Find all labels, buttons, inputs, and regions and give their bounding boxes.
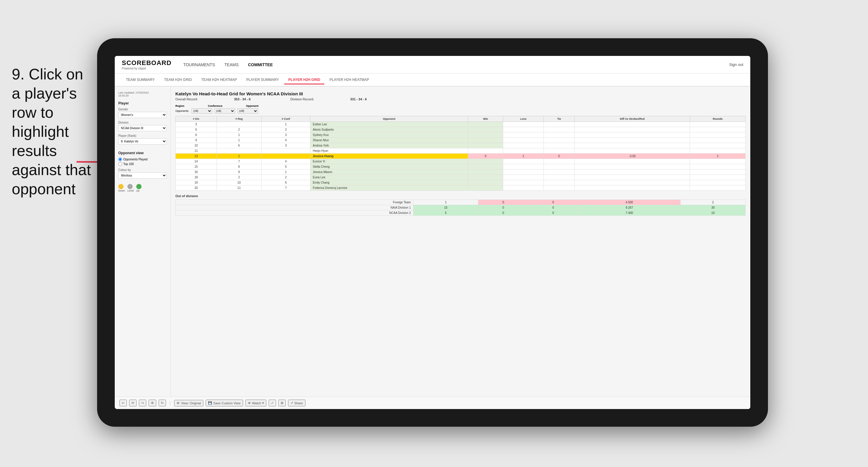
conf-filter-select[interactable]: (All) bbox=[215, 108, 235, 114]
grid-button[interactable]: ⊞ bbox=[278, 400, 286, 406]
overall-record: 353 - 34 - 6 bbox=[234, 97, 250, 101]
col-reg: # Reg bbox=[217, 116, 261, 122]
sub-nav-player-summary[interactable]: PLAYER SUMMARY bbox=[242, 76, 283, 85]
refresh-button[interactable]: ↻ bbox=[159, 400, 166, 406]
filter-region-group: Region Conference Opponent Opponents: (A… bbox=[175, 104, 259, 114]
table-row[interactable]: 14 7 4 Eunice Yi bbox=[176, 159, 746, 164]
region-label: Region bbox=[175, 104, 185, 107]
sidebar-radio-top100[interactable]: Top 100 bbox=[118, 162, 167, 166]
opp-filter-select[interactable]: (All) bbox=[238, 108, 258, 114]
sidebar-division-label: Division bbox=[118, 121, 167, 124]
division-record-label: Division Record: bbox=[290, 97, 314, 101]
colour-down-label: Down bbox=[118, 189, 125, 192]
colour-down bbox=[118, 184, 124, 189]
logo-sub: Powered by clippd bbox=[122, 67, 172, 70]
save-icon: 💾 bbox=[208, 401, 212, 405]
table-row[interactable]: 18 2 2 Euna Lee bbox=[176, 175, 746, 180]
conference-label: Conference bbox=[208, 104, 223, 107]
nav-committee[interactable]: COMMITTEE bbox=[248, 61, 273, 68]
sub-nav-team-summary[interactable]: TEAM SUMMARY bbox=[122, 76, 159, 85]
col-diff: Diff Av Strokes/Rnd bbox=[575, 116, 690, 122]
sidebar: Last Updated: 27/03/2024 16:55:28 Player… bbox=[115, 87, 170, 397]
sub-nav: TEAM SUMMARY TEAM H2H GRID TEAM H2H HEAT… bbox=[115, 73, 750, 87]
sidebar-gender-select[interactable]: Women's bbox=[118, 112, 167, 118]
resize-button[interactable]: ⤢ bbox=[269, 400, 276, 406]
sidebar-timestamp: Last Updated: 27/03/2024 16:55:28 bbox=[118, 91, 167, 97]
sidebar-player-rank-label: Player (Rank) bbox=[118, 134, 167, 137]
grid-title: Katelyn Vo Head-to-Head Grid for Women's… bbox=[175, 91, 746, 96]
nav-items: TOURNAMENTS TEAMS COMMITTEE bbox=[183, 61, 729, 68]
table-row-highlighted[interactable]: 13 1 Jessica Huang 0 1 0 -3.00 2 bbox=[176, 154, 746, 159]
annotation-text: 9. Click on a player's row to highlight … bbox=[12, 65, 91, 199]
sidebar-colour-by-select[interactable]: Win/loss bbox=[118, 173, 167, 179]
nav-teams[interactable]: TEAMS bbox=[224, 61, 239, 68]
table-row[interactable]: 16 9 1 Jessica Mason bbox=[176, 169, 746, 175]
grid-records: Overall Record: 353 - 34 - 6 Division Re… bbox=[175, 97, 746, 101]
table-row[interactable]: 9 1 4 Sharon Mun bbox=[176, 138, 746, 143]
save-custom-view-button[interactable]: 💾 Save Custom View bbox=[206, 400, 243, 406]
table-row[interactable]: 5 2 2 Alexis Sudjianto bbox=[176, 127, 746, 132]
h2h-table: # Div # Reg # Conf Opponent Win Loss Tie… bbox=[175, 116, 746, 191]
table-row[interactable]: 10 6 3 Andrea York bbox=[176, 143, 746, 148]
view-original-button[interactable]: 👁 View: Original bbox=[174, 400, 203, 406]
sidebar-division-select[interactable]: NCAA Division III bbox=[118, 125, 167, 131]
logo-area: SCOREBOARD Powered by clippd bbox=[122, 59, 172, 70]
logo: SCOREBOARD bbox=[122, 59, 172, 67]
overall-record-label: Overall Record: bbox=[175, 97, 198, 101]
share-icon: ↗ bbox=[290, 401, 293, 405]
table-row[interactable]: 11 Heejo Hyun bbox=[176, 148, 746, 154]
sidebar-gender-label: Gender bbox=[118, 108, 167, 111]
tablet-frame: SCOREBOARD Powered by clippd TOURNAMENTS… bbox=[97, 38, 768, 427]
watch-button[interactable]: 👁 Watch ▾ bbox=[245, 400, 267, 406]
out-row-ncaa2[interactable]: NCAA Division 2 5 0 0 7.400 10 bbox=[176, 210, 746, 216]
col-div: # Div bbox=[176, 116, 217, 122]
table-row[interactable]: 3 1 Esther Lee bbox=[176, 122, 746, 127]
grid-area: Katelyn Vo Head-to-Head Grid for Women's… bbox=[170, 87, 750, 397]
sub-nav-team-h2h-grid[interactable]: TEAM H2H GRID bbox=[160, 76, 196, 85]
sidebar-opponent-view-title: Opponent view bbox=[118, 151, 167, 155]
sidebar-player-rank-select[interactable]: 8. Katelyn Vo bbox=[118, 138, 167, 145]
separator: | bbox=[169, 401, 170, 406]
col-win: Win bbox=[468, 116, 503, 122]
sidebar-radio-group: Opponents Played Top 100 bbox=[118, 157, 167, 166]
share-button[interactable]: ↗ Share bbox=[288, 400, 305, 406]
division-record: 331 - 34 - 6 bbox=[350, 97, 367, 101]
colour-level-label: Level bbox=[127, 189, 134, 192]
region-filter-select[interactable]: (All) bbox=[191, 108, 212, 114]
sidebar-radio-opponents-played[interactable]: Opponents Played bbox=[118, 157, 167, 161]
colour-up bbox=[136, 184, 142, 189]
table-row[interactable]: 19 10 6 Emily Chang bbox=[176, 180, 746, 185]
col-conf: # Conf bbox=[261, 116, 310, 122]
col-tie: Tie bbox=[544, 116, 575, 122]
tablet-screen: SCOREBOARD Powered by clippd TOURNAMENTS… bbox=[115, 56, 750, 409]
out-row-foreign[interactable]: Foreign Team 1 0 0 4.500 2 bbox=[176, 200, 746, 205]
undo-button[interactable]: ↩ bbox=[120, 400, 127, 406]
sub-nav-team-h2h-heatmap[interactable]: TEAM H2H HEATMAP bbox=[197, 76, 241, 85]
col-opponent: Opponent bbox=[310, 116, 468, 122]
top-nav: SCOREBOARD Powered by clippd TOURNAMENTS… bbox=[115, 56, 750, 73]
colour-up-label: Up bbox=[136, 189, 142, 192]
settings-button[interactable]: ⚙ bbox=[149, 400, 156, 406]
watch-icon: 👁 bbox=[248, 401, 251, 405]
sign-out-button[interactable]: Sign out bbox=[729, 62, 743, 67]
out-of-division-table: Foreign Team 1 0 0 4.500 2 NAIA Division… bbox=[175, 199, 746, 216]
forward-button[interactable]: ↪ bbox=[139, 400, 146, 406]
table-row[interactable]: 20 11 7 Federica Domecq Lacroze bbox=[176, 185, 746, 191]
sidebar-player-title: Player bbox=[118, 101, 167, 105]
table-row[interactable]: 15 8 5 Stella Cheng bbox=[176, 164, 746, 169]
main-content: Last Updated: 27/03/2024 16:55:28 Player… bbox=[115, 87, 750, 397]
colour-circles: Down Level Up bbox=[118, 184, 167, 192]
opponent-label: Opponent bbox=[246, 104, 259, 107]
redo-button[interactable]: ⟳ bbox=[129, 400, 136, 406]
sub-nav-player-h2h-grid[interactable]: PLAYER H2H GRID bbox=[284, 76, 324, 85]
nav-tournaments[interactable]: TOURNAMENTS bbox=[183, 61, 215, 68]
opponents-label: Opponents: bbox=[175, 110, 189, 113]
bottom-toolbar: ↩ ⟳ ↪ ⚙ ↻ | 👁 View: Original 💾 Save Cust… bbox=[115, 397, 750, 409]
table-row[interactable]: 6 1 3 Sydney Kuo bbox=[176, 132, 746, 138]
col-loss: Loss bbox=[503, 116, 544, 122]
colour-level bbox=[127, 184, 133, 189]
sub-nav-player-h2h-heatmap[interactable]: PLAYER H2H HEATMAP bbox=[326, 76, 373, 85]
out-row-naia1[interactable]: NAIA Division 1 15 0 0 9.267 30 bbox=[176, 205, 746, 210]
eye-icon: 👁 bbox=[177, 401, 180, 405]
col-rounds: Rounds bbox=[690, 116, 746, 122]
